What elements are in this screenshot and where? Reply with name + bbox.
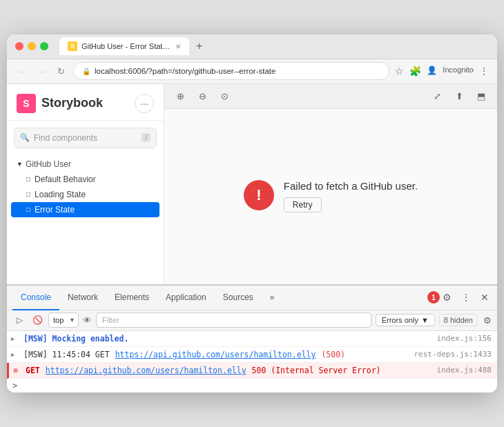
filter-input[interactable] — [96, 312, 371, 328]
storybook-more-button[interactable]: ··· — [135, 94, 154, 113]
panel-content: ! Failed to fetch a GitHub user. Retry — [164, 109, 497, 284]
close-traffic-light[interactable] — [15, 42, 23, 50]
error-icon-circle: ! — [244, 180, 274, 210]
error-card: ! Failed to fetch a GitHub user. Retry — [230, 166, 432, 226]
log-source-1[interactable]: index.js:156 — [437, 333, 492, 344]
fullscreen-button[interactable]: ⤢ — [429, 88, 445, 103]
devtools-settings-icon[interactable]: ⚙ — [440, 290, 454, 304]
story-icon: □ — [26, 175, 30, 183]
zoom-in-button[interactable]: ⊕ — [173, 88, 188, 103]
log-source-3[interactable]: index.js:488 — [437, 365, 492, 375]
tab-label: Elements — [115, 292, 149, 302]
menu-icon[interactable]: ⋮ — [479, 66, 489, 77]
title-bar: S GitHub User - Error State - Sto... ✕ + — [7, 34, 497, 59]
console-settings-icon[interactable]: ⚙ — [483, 315, 492, 326]
devtools-tab-more[interactable]: » — [262, 286, 283, 310]
devtools-tab-network[interactable]: Network — [59, 286, 106, 310]
maximize-traffic-light[interactable] — [40, 42, 48, 50]
lock-icon: 🔒 — [82, 68, 90, 75]
storybook-header: S Storybook ··· — [7, 84, 164, 121]
retry-button[interactable]: Retry — [284, 197, 322, 212]
sidebar-item-label: Loading State — [35, 190, 86, 199]
devtools-tab-console[interactable]: Console — [12, 286, 59, 310]
expand-arrow-icon[interactable]: ▶ — [11, 335, 14, 344]
log-row-mocking: ▶ [MSW] Mocking enabled. index.js:156 — [7, 331, 497, 347]
tree-group-label-text: GitHub User — [26, 159, 71, 169]
console-right-actions: 8 hidden ⚙ — [439, 314, 492, 326]
hidden-count-badge: 8 hidden — [439, 314, 478, 326]
story-icon: □ — [26, 206, 30, 213]
url-bar[interactable]: 🔒 localhost:6006/?path=/story/github-use… — [73, 62, 389, 80]
storybook-icon: S — [17, 94, 36, 113]
log-mocked-text: [MSW] Mocking enabled. — [23, 333, 128, 344]
storybook-logo: S Storybook — [17, 94, 103, 113]
sidebar-item-default-behavior[interactable]: □ Default Behavior — [7, 172, 164, 187]
share1-button[interactable]: ⬆ — [452, 88, 467, 103]
new-tab-button[interactable]: + — [192, 40, 206, 52]
tab-close-icon[interactable]: ✕ — [175, 43, 181, 50]
storybook-title: Storybook — [41, 96, 103, 110]
tab-label: Console — [21, 292, 51, 302]
devtools: Console Network Elements Application Sou… — [7, 284, 497, 393]
tree-area: ▼ GitHub User □ Default Behavior □ Loadi… — [7, 152, 164, 284]
star-icon[interactable]: ☆ — [395, 66, 404, 77]
error-text-area: Failed to fetch a GitHub user. Retry — [284, 180, 418, 212]
devtools-close-button[interactable]: ✕ — [478, 290, 492, 304]
context-select[interactable]: top — [48, 312, 79, 328]
content-area: S Storybook ··· 🔍 Find components / ▼ Gi… — [7, 84, 497, 284]
address-bar: ← → ↻ 🔒 localhost:6006/?path=/story/gith… — [7, 59, 497, 84]
zoom-out-button[interactable]: ⊖ — [195, 88, 210, 103]
avatar-icon[interactable]: 👤 — [427, 66, 437, 77]
log-error-message: 500 (Internal Server Error) — [252, 365, 381, 376]
devtools-tab-elements[interactable]: Elements — [106, 286, 157, 310]
badge-count: 1 — [432, 294, 436, 301]
puzzle-icon[interactable]: 🧩 — [409, 66, 421, 77]
tab-label: Application — [166, 292, 206, 302]
story-icon: □ — [26, 190, 30, 198]
search-shortcut: / — [142, 133, 151, 142]
console-toolbar: ▷ 🚫 top ▼ 👁 Errors only ▼ 8 hidden ⚙ — [7, 310, 497, 331]
back-button[interactable]: ← — [15, 64, 29, 78]
devtools-action-buttons: ⚙ ⋮ ✕ — [440, 290, 492, 304]
tab-title: GitHub User - Error State - Sto... — [81, 42, 171, 50]
forward-button[interactable]: → — [35, 64, 48, 78]
log-url-link[interactable]: https://api.github.com/users/hamilton.el… — [115, 349, 316, 360]
share2-button[interactable]: ⬒ — [474, 88, 489, 103]
search-bar[interactable]: 🔍 Find components / — [14, 128, 157, 148]
errors-only-button[interactable]: Errors only ▼ — [376, 314, 435, 326]
log-source-2[interactable]: rest-deps.js:1433 — [414, 349, 492, 359]
tab-label: Network — [68, 292, 98, 302]
console-run-button[interactable]: ▷ — [12, 313, 26, 327]
error-badge: 1 — [427, 291, 440, 304]
eye-icon[interactable]: 👁 — [83, 315, 92, 326]
log-row-msw-get: ▶ [MSW] 11:45:04 GET https://api.github.… — [7, 347, 497, 363]
incognito-label: Incognito — [443, 66, 474, 77]
tree-group-github-user[interactable]: ▼ GitHub User — [7, 157, 164, 172]
console-caret: > — [12, 381, 17, 390]
tab-label: » — [270, 292, 275, 302]
devtools-overflow-icon[interactable]: ⋮ — [458, 290, 474, 304]
log-error-url-link[interactable]: https://api.github.com/users/hamilton.el… — [46, 365, 246, 376]
log-row-error-get: ⊗ GET https://api.github.com/users/hamil… — [7, 363, 497, 379]
devtools-tab-application[interactable]: Application — [157, 286, 215, 310]
console-block-button[interactable]: 🚫 — [30, 313, 44, 327]
expand-arrow-icon[interactable]: ▶ — [11, 350, 14, 359]
log-status-text: (500) — [321, 349, 345, 360]
sidebar-item-label: Error State — [35, 205, 75, 215]
errors-only-chevron: ▼ — [421, 316, 429, 324]
caret-down-icon: ▼ — [17, 161, 23, 168]
sidebar: S Storybook ··· 🔍 Find components / ▼ Gi… — [7, 84, 164, 284]
browser-window: S GitHub User - Error State - Sto... ✕ +… — [7, 34, 497, 393]
reload-button[interactable]: ↻ — [54, 64, 68, 78]
active-tab[interactable]: S GitHub User - Error State - Sto... ✕ — [59, 37, 189, 55]
browser-actions: ☆ 🧩 👤 Incognito ⋮ — [395, 66, 489, 77]
log-msw-prefix: [MSW] 11:45:04 GET — [23, 349, 110, 360]
devtools-tab-sources[interactable]: Sources — [215, 286, 262, 310]
sidebar-item-loading-state[interactable]: □ Loading State — [7, 187, 164, 202]
devtools-tabs: Console Network Elements Application Sou… — [7, 286, 497, 310]
search-placeholder: Find components — [34, 133, 97, 143]
zoom-reset-button[interactable]: ⊙ — [217, 88, 232, 103]
sidebar-item-error-state[interactable]: □ Error State — [11, 202, 159, 217]
minimize-traffic-light[interactable] — [28, 42, 36, 50]
tab-label: Sources — [223, 292, 253, 302]
